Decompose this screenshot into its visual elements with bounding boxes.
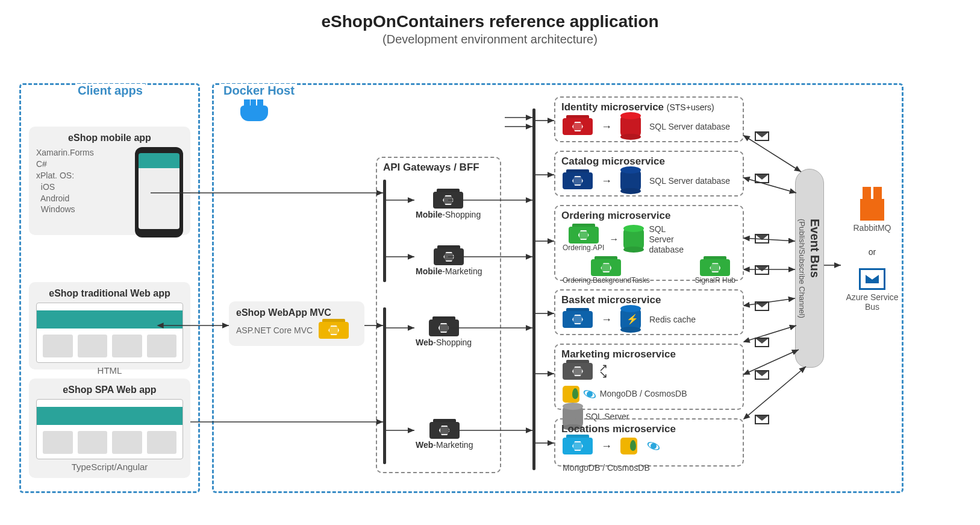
page-title: eShopOnContainers reference application (0, 12, 980, 31)
bar-vertical (383, 307, 386, 464)
title-block: eShopOnContainers reference application … (0, 0, 980, 46)
store-label: MongoDB / CosmosDB (563, 463, 650, 473)
box-ordering-ms: Ordering microservice Ordering.API → SQL… (554, 205, 744, 281)
webapp-mvc-title: eShop WebApp MVC (236, 307, 357, 318)
mongodb-icon (620, 438, 637, 454)
container-icon (700, 259, 730, 276)
box-marketing-ms: Marketing microservice ↗↘ MongoDB / Cosm… (554, 344, 744, 410)
box-catalog-ms: Catalog microservice → SQL Server databa… (554, 151, 744, 196)
api-gateways-title: API Gateways / BFF (377, 158, 500, 174)
container-icon (433, 192, 463, 209)
cosmosdb-icon (646, 438, 661, 454)
envelope-icon (755, 131, 769, 141)
store-label: MongoDB / CosmosDB (600, 389, 687, 398)
azure-service-bus-icon (859, 268, 885, 290)
gateway-label: Web-Shopping (416, 338, 472, 347)
container-icon (563, 172, 593, 189)
container-icon (319, 322, 349, 339)
envelope-icon (755, 370, 769, 380)
database-icon (620, 170, 641, 192)
bar-vertical (532, 108, 535, 470)
event-bus-sublabel: (Publish/Subscribe Channel) (797, 219, 807, 318)
card-spa-footer: TypeScript/Angular (36, 462, 183, 472)
event-bus: (Publish/Subscribe Channel) Event Bus (795, 169, 824, 368)
card-spa-title: eShop SPA Web app (36, 385, 183, 395)
box-basket-ms: Basket microservice → ⚡ Redis cache (554, 289, 744, 335)
gateway-web-marketing: Web-Marketing (416, 422, 473, 450)
container-icon (434, 248, 464, 265)
envelope-icon (755, 301, 769, 311)
region-client-apps-label: Client apps (75, 84, 145, 98)
container-icon (563, 118, 593, 135)
page-subtitle: (Development environment architecture) (0, 33, 980, 46)
envelope-icon (755, 265, 769, 275)
container-icon (591, 259, 621, 276)
ms-title: Basket microservice (555, 291, 743, 306)
gateway-mobile-shopping: Mobile-Shopping (416, 192, 481, 219)
bar-vertical (383, 180, 386, 282)
box-locations-ms: Locations microservice → MongoDB / Cosmo… (554, 418, 744, 467)
mongodb-icon (563, 386, 579, 403)
card-traditional-footer: HTML (36, 365, 183, 376)
gateway-label: Mobile-Marketing (416, 266, 482, 276)
ms-title: Catalog microservice (555, 152, 743, 168)
phone-icon (135, 147, 183, 237)
gateway-label: Mobile-Shopping (416, 210, 481, 219)
card-webapp-mvc: eShop WebApp MVC ASP.NET Core MVC (229, 301, 364, 346)
store-label: SQL Server database (649, 176, 730, 186)
envelope-icon (755, 174, 769, 183)
docker-whale-icon (240, 105, 268, 121)
browser-thumbnail-icon (36, 303, 183, 363)
gateway-label: Web-Marketing (416, 440, 473, 450)
cosmosdb-icon (582, 386, 598, 402)
card-mobile-app: eShop mobile app Xamarin.Forms C# xPlat.… (29, 127, 190, 235)
container-icon (429, 422, 460, 439)
ms-title: Identity microservice (STS+users) (555, 98, 743, 113)
gateway-mobile-marketing: Mobile-Marketing (416, 248, 482, 276)
ms-title: Marketing microservice (555, 345, 743, 360)
container-icon (563, 438, 593, 454)
ordering-bg-label: Ordering.BackgroundTasks (563, 276, 650, 285)
ms-title: Ordering microservice (555, 206, 743, 222)
card-mobile-title: eShop mobile app (36, 133, 183, 143)
rabbitmq-label: RabbitMQ (842, 223, 902, 233)
azure-sb-label: Azure Service Bus (842, 292, 902, 312)
redis-icon: ⚡ (620, 309, 641, 330)
box-identity-ms: Identity microservice (STS+users) → SQL … (554, 96, 744, 142)
store-label: SQL Server database (649, 224, 691, 254)
database-icon (620, 116, 641, 137)
container-icon (563, 363, 593, 380)
ms-title: Locations microservice (555, 420, 743, 435)
envelope-icon (755, 338, 769, 347)
database-icon (623, 228, 644, 250)
ordering-api-label: Ordering.API (563, 244, 604, 252)
envelope-icon (755, 415, 769, 424)
region-docker-host-label: Docker Host (221, 84, 297, 98)
card-spa-web: eShop SPA Web app TypeScript/Angular (29, 379, 190, 478)
container-icon (569, 227, 599, 244)
event-bus-label: Event Bus (808, 219, 822, 318)
card-traditional-web: eShop traditional Web app HTML (29, 282, 190, 369)
store-label: SQL Server database (649, 122, 730, 132)
signalr-label: SignalR Hub (695, 276, 735, 285)
container-icon (429, 319, 459, 336)
store-label: Redis cache (649, 315, 696, 325)
rabbitmq-block: RabbitMQ (842, 199, 902, 233)
container-icon (563, 311, 593, 328)
webapp-mvc-tech: ASP.NET Core MVC (236, 325, 313, 336)
card-traditional-title: eShop traditional Web app (36, 288, 183, 299)
gateway-web-shopping: Web-Shopping (416, 319, 472, 347)
or-label: or (842, 247, 902, 257)
azure-sb-block: Azure Service Bus (842, 268, 902, 312)
browser-thumbnail-icon (36, 399, 183, 459)
envelope-icon (755, 234, 769, 244)
rabbitmq-icon (860, 199, 884, 221)
